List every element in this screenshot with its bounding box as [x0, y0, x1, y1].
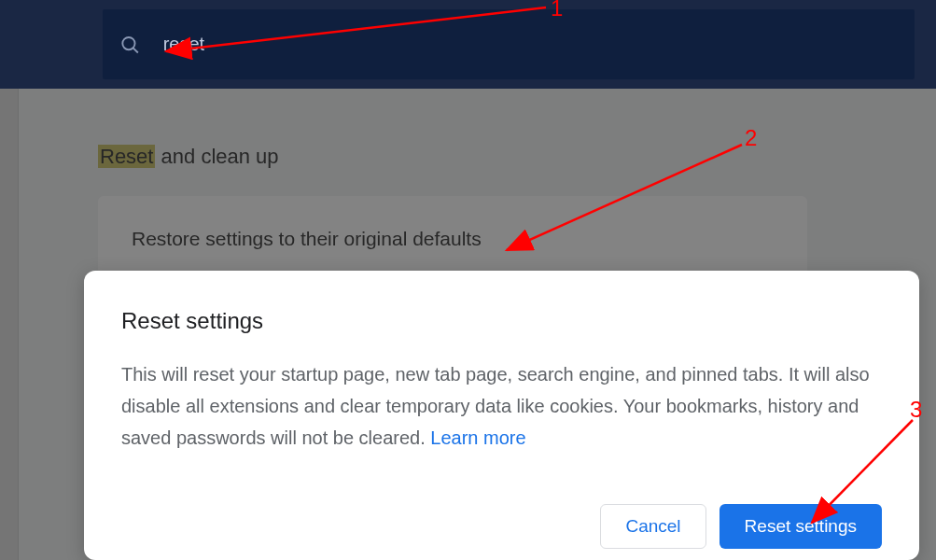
dialog-body: This will reset your startup page, new t…: [121, 358, 882, 454]
restore-defaults-row[interactable]: Restore settings to their original defau…: [98, 196, 807, 282]
dialog-title: Reset settings: [121, 308, 882, 334]
sidebar-edge: [0, 89, 19, 560]
search-icon: [119, 34, 141, 56]
reset-settings-button[interactable]: Reset settings: [719, 504, 882, 549]
annotation-number-3: 3: [910, 397, 922, 423]
section-heading: Reset and clean up: [98, 145, 279, 169]
annotation-number-2: 2: [745, 125, 757, 151]
learn-more-link[interactable]: Learn more: [430, 427, 525, 448]
search-input[interactable]: [163, 34, 915, 55]
annotation-number-1: 1: [551, 0, 563, 21]
reset-settings-dialog: Reset settings This will reset your star…: [84, 271, 919, 560]
section-heading-rest: and clean up: [155, 145, 278, 168]
cancel-button[interactable]: Cancel: [600, 504, 705, 549]
search-container[interactable]: [103, 9, 915, 79]
search-highlight: Reset: [98, 145, 155, 168]
svg-point-0: [122, 36, 134, 49]
search-header: [0, 0, 936, 89]
dialog-actions: Cancel Reset settings: [600, 504, 882, 549]
svg-line-1: [133, 48, 138, 52]
restore-defaults-label: Restore settings to their original defau…: [132, 228, 482, 249]
